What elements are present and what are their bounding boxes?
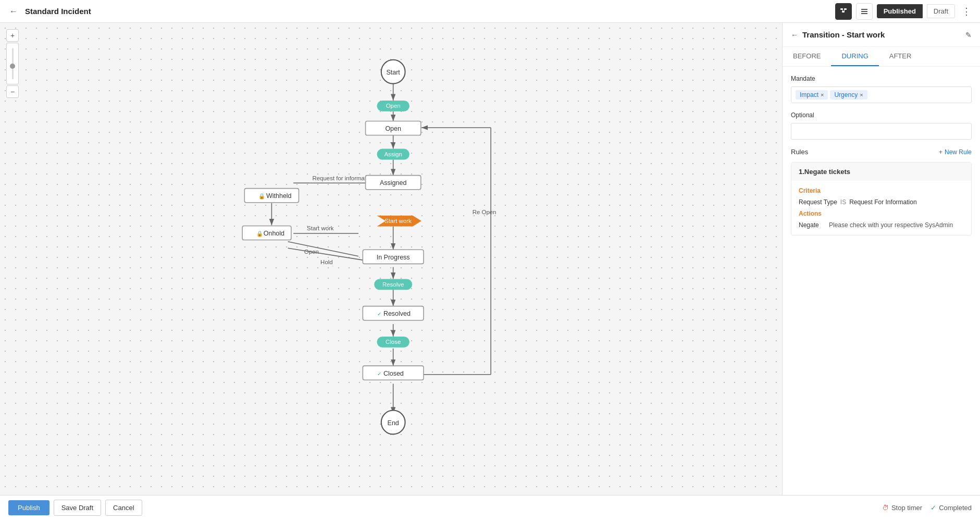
mandate-label: Mandate — [791, 75, 972, 82]
svg-text:Request for information: Request for information — [313, 175, 375, 181]
svg-text:Withheld: Withheld — [266, 192, 292, 200]
rule-card-header-1: 1.Negate tickets — [791, 163, 971, 181]
svg-text:Resolve: Resolve — [382, 281, 404, 288]
diagram-view-button[interactable] — [835, 3, 852, 20]
criteria-row-1: Request Type IS Request For Information — [799, 199, 964, 206]
panel-title: Transition - Start work — [802, 30, 965, 39]
stop-timer-icon: ⏱ — [882, 504, 889, 512]
draft-button[interactable]: Draft — [927, 4, 955, 18]
zoom-out-button[interactable]: − — [6, 85, 19, 98]
criteria-val: Request For Information — [849, 199, 916, 206]
save-draft-button[interactable]: Save Draft — [54, 500, 101, 516]
panel-content: Mandate Impact × Urgency × Optional — [783, 67, 980, 495]
svg-text:Start work: Start work — [307, 225, 334, 231]
svg-text:Assign: Assign — [384, 151, 402, 157]
svg-text:Hold: Hold — [320, 259, 333, 265]
svg-text:Start work: Start work — [384, 218, 412, 224]
new-rule-label: New Rule — [945, 148, 972, 156]
main-layout: + − Request for infor — [0, 23, 980, 495]
svg-text:Close: Close — [386, 339, 401, 345]
cancel-button[interactable]: Cancel — [105, 500, 142, 516]
criteria-label: Criteria — [799, 187, 964, 194]
criteria-op: IS — [840, 199, 846, 206]
panel-back-button[interactable]: ← — [791, 31, 798, 39]
flow-canvas[interactable]: + − Request for infor — [0, 23, 782, 495]
mandate-field-group: Mandate Impact × Urgency × — [791, 75, 972, 103]
zoom-controls: + − — [6, 29, 19, 98]
impact-tag-remove[interactable]: × — [821, 92, 824, 98]
optional-field-group: Optional — [791, 112, 972, 140]
stop-timer-status: ⏱ Stop timer — [882, 504, 922, 512]
header-menu-button[interactable]: ⋮ — [959, 6, 974, 17]
svg-text:Closed: Closed — [383, 370, 404, 377]
published-button[interactable]: Published — [877, 4, 923, 18]
svg-text:End: End — [388, 419, 399, 427]
svg-text:Resolved: Resolved — [383, 310, 411, 317]
tab-before[interactable]: BEFORE — [783, 47, 831, 66]
svg-text:✓: ✓ — [377, 311, 381, 317]
back-button[interactable]: ← — [6, 4, 21, 19]
svg-text:In Progress: In Progress — [377, 254, 410, 261]
svg-text:🔒: 🔒 — [258, 193, 265, 200]
tab-during[interactable]: DURING — [831, 47, 878, 66]
rules-header: Rules + New Rule — [791, 148, 972, 156]
page-title: Standard Incident — [25, 7, 835, 16]
svg-rect-5 — [861, 9, 867, 10]
completed-icon: ✓ — [931, 504, 936, 512]
footer: Publish Save Draft Cancel ⏱ Stop timer ✓… — [0, 495, 980, 520]
stop-timer-label: Stop timer — [891, 504, 922, 512]
impact-tag: Impact × — [796, 90, 828, 100]
completed-label: Completed — [939, 504, 972, 512]
publish-button[interactable]: Publish — [8, 500, 49, 515]
svg-text:🔒: 🔒 — [256, 230, 263, 237]
new-rule-icon: + — [939, 148, 942, 156]
rule-card-1: 1.Negate tickets Criteria Request Type I… — [791, 162, 972, 236]
svg-text:Re Open: Re Open — [473, 209, 497, 215]
impact-tag-label: Impact — [800, 91, 818, 98]
action-key: Negate — [799, 221, 825, 229]
urgency-tag-label: Urgency — [834, 91, 858, 98]
rules-section: Rules + New Rule 1.Negate tickets Criter… — [791, 148, 972, 236]
flow-diagram: Request for information Start work Open … — [0, 23, 782, 495]
svg-text:Open: Open — [385, 125, 401, 132]
optional-input[interactable] — [791, 123, 972, 140]
optional-label: Optional — [791, 112, 972, 119]
action-val: Please check with your respective SysAdm… — [829, 221, 953, 229]
svg-text:✓: ✓ — [377, 371, 381, 377]
svg-rect-2 — [842, 11, 845, 13]
svg-text:Open: Open — [386, 103, 401, 109]
svg-text:Onhold: Onhold — [264, 230, 284, 237]
action-row-1: Negate Please check with your respective… — [799, 221, 964, 229]
rules-label: Rules — [791, 148, 939, 156]
actions-section: Actions Negate Please check with your re… — [799, 210, 964, 229]
urgency-tag-remove[interactable]: × — [860, 92, 863, 98]
zoom-slider[interactable] — [6, 43, 19, 84]
rule-card-body-1: Criteria Request Type IS Request For Inf… — [791, 181, 971, 235]
svg-rect-6 — [861, 11, 867, 12]
svg-rect-7 — [861, 13, 867, 14]
actions-label: Actions — [799, 210, 964, 217]
tab-after[interactable]: AFTER — [879, 47, 922, 66]
svg-text:Start: Start — [386, 69, 400, 76]
header-actions: Published Draft ⋮ — [835, 3, 974, 20]
panel-header: ← Transition - Start work ✎ — [783, 23, 980, 47]
panel-edit-button[interactable]: ✎ — [965, 31, 972, 39]
svg-rect-0 — [840, 8, 843, 10]
urgency-tag: Urgency × — [830, 90, 867, 100]
panel-tabs: BEFORE DURING AFTER — [783, 47, 980, 67]
criteria-key: Request Type — [799, 199, 837, 206]
completed-status: ✓ Completed — [931, 504, 972, 512]
right-panel: ← Transition - Start work ✎ BEFORE DURIN… — [782, 23, 980, 495]
svg-text:Assigned: Assigned — [380, 179, 406, 187]
list-view-button[interactable] — [856, 3, 873, 20]
new-rule-button[interactable]: + New Rule — [939, 148, 972, 156]
svg-rect-1 — [844, 8, 847, 10]
zoom-in-button[interactable]: + — [6, 29, 19, 42]
footer-status-area: ⏱ Stop timer ✓ Completed — [882, 504, 972, 512]
mandate-tags-input[interactable]: Impact × Urgency × — [791, 86, 972, 103]
header: ← Standard Incident Published Draft ⋮ — [0, 0, 980, 23]
